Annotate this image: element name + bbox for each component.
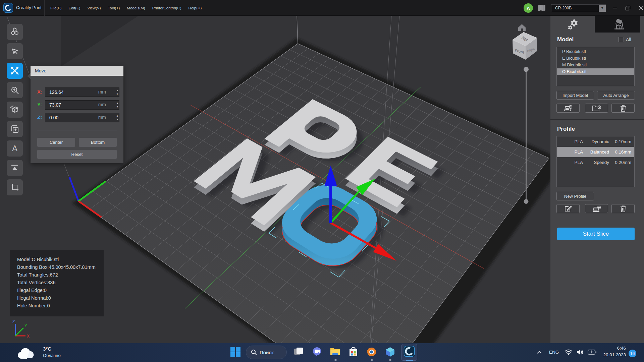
svg-text:Z: Z	[12, 319, 15, 324]
svg-text:Y: Y	[24, 323, 27, 328]
svg-text:A: A	[12, 144, 17, 153]
svg-text:X: X	[27, 334, 30, 339]
